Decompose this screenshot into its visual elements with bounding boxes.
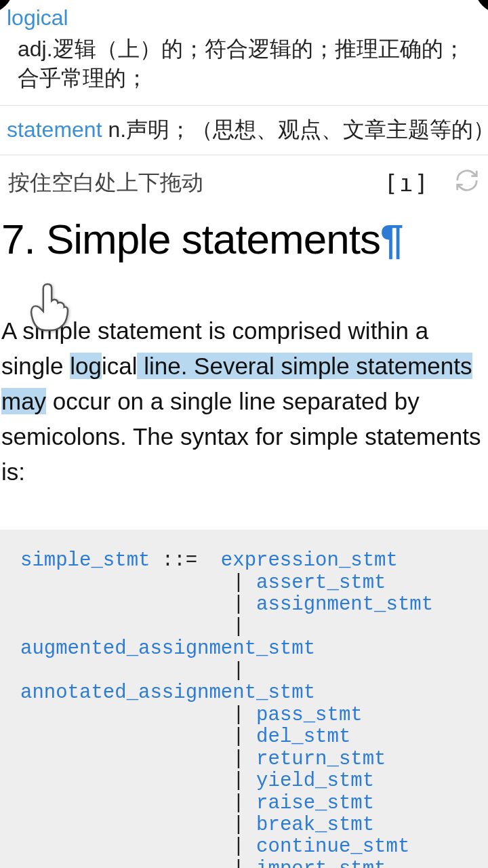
heading-title: Simple statements <box>46 216 380 262</box>
code-link[interactable]: assert_stmt <box>256 572 386 594</box>
code-link[interactable]: pass_stmt <box>256 704 363 726</box>
selection-highlight: log <box>70 353 102 379</box>
heading-number: 7. <box>1 216 46 262</box>
pilcrow-icon[interactable]: ¶ <box>380 216 403 262</box>
dict-word: logical <box>7 5 481 31</box>
code-nonterminal[interactable]: simple_stmt <box>20 549 150 572</box>
code-link[interactable]: annotated_assignment_stmt <box>20 682 315 704</box>
hand-cursor-icon <box>26 282 69 342</box>
dict-word: statement <box>7 117 102 142</box>
code-link[interactable]: import_stmt <box>256 858 386 868</box>
dictionary-entry-logical[interactable]: logical adj.逻辑（上）的；符合逻辑的；推理正确的；合乎常理的； <box>0 0 488 106</box>
code-link[interactable]: return_stmt <box>256 748 386 770</box>
code-link[interactable]: continue_stmt <box>256 835 409 858</box>
code-link[interactable]: break_stmt <box>256 814 374 836</box>
dictionary-entry-statement[interactable]: statement n.声明；（思想、观点、文章主题等的）表 <box>0 106 488 155</box>
toolbar: 按住空白处上下拖动 [ı] <box>0 155 488 211</box>
page-heading: 7. Simple statements¶ <box>0 211 488 263</box>
drag-hint: 按住空白处上下拖动 <box>8 168 384 198</box>
code-link[interactable]: augmented_assignment_stmt <box>20 637 315 660</box>
code-link[interactable]: expression_stmt <box>221 549 398 572</box>
dict-definition: adj.逻辑（上）的；符合逻辑的；推理正确的；合乎常理的； <box>7 35 481 93</box>
code-link[interactable]: yield_stmt <box>256 770 374 792</box>
code-link[interactable]: del_stmt <box>256 726 350 748</box>
brackets-icon[interactable]: [ı] <box>384 170 430 197</box>
code-link[interactable]: raise_stmt <box>256 792 374 814</box>
refresh-icon[interactable] <box>454 167 480 199</box>
para-text: occur on a single line separated by semi… <box>1 388 481 485</box>
code-link[interactable]: assignment_stmt <box>256 593 433 616</box>
intro-paragraph[interactable]: A simple statement is comprised within a… <box>0 263 488 489</box>
dict-definition: n.声明；（思想、观点、文章主题等的）表 <box>102 117 488 142</box>
grammar-codeblock[interactable]: simple_stmt ::= expression_stmt | assert… <box>0 530 488 868</box>
